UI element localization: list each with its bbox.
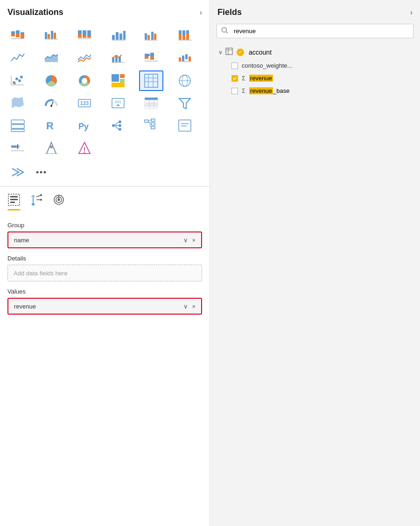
svg-marker-79 bbox=[116, 104, 120, 106]
search-input[interactable] bbox=[217, 24, 413, 38]
viz-icon-line[interactable] bbox=[6, 48, 30, 69]
viz-panel-chevron[interactable]: › bbox=[200, 8, 202, 17]
svg-point-55 bbox=[14, 83, 16, 84]
tree-parent-account[interactable]: ∨ ✓ account bbox=[217, 45, 413, 59]
values-field-actions: ∨ × bbox=[183, 303, 196, 310]
viz-panel-header: Visualizations › bbox=[0, 0, 210, 22]
svg-point-134 bbox=[58, 199, 60, 201]
details-drop-zone[interactable]: Add data fields here bbox=[7, 265, 202, 281]
viz-tab-row bbox=[0, 189, 210, 212]
contoso-checkbox[interactable] bbox=[231, 63, 238, 69]
viz-icon-treemap[interactable] bbox=[106, 70, 130, 91]
viz-icon-clustered-bar[interactable] bbox=[39, 26, 63, 46]
viz-icon-donut[interactable] bbox=[72, 70, 97, 91]
tree-parent-account-label: account bbox=[249, 49, 272, 56]
visualizations-panel: Visualizations › bbox=[0, 0, 210, 526]
viz-icon-azure-map[interactable] bbox=[39, 138, 63, 158]
viz-icon-combo[interactable] bbox=[106, 48, 130, 69]
chevron-down-icon[interactable]: ∨ bbox=[183, 237, 188, 244]
group-drop-zone[interactable]: name ∨ × bbox=[7, 231, 202, 248]
viz-icon-r-script[interactable]: R bbox=[39, 115, 63, 136]
tab-fields[interactable] bbox=[7, 193, 21, 212]
close-icon[interactable]: × bbox=[192, 237, 196, 244]
viz-icon-kpi[interactable]: KPI bbox=[106, 93, 130, 113]
revenue-base-checkbox[interactable] bbox=[231, 88, 238, 94]
svg-point-135 bbox=[222, 28, 227, 32]
svg-rect-44 bbox=[150, 56, 154, 60]
viz-icon-stacked-bar[interactable] bbox=[6, 26, 30, 46]
viz-divider bbox=[0, 186, 210, 187]
viz-icon-decomp-tree[interactable] bbox=[106, 115, 130, 136]
tab-format[interactable] bbox=[30, 193, 43, 212]
viz-icon-custom1[interactable] bbox=[72, 138, 97, 158]
viz-icon-gauge[interactable] bbox=[39, 93, 63, 113]
viz-icon-line-clustered[interactable] bbox=[72, 48, 97, 69]
fields-panel-title: Fields bbox=[217, 7, 242, 17]
svg-point-53 bbox=[18, 79, 21, 82]
viz-icon-ellipsis[interactable] bbox=[31, 164, 51, 181]
svg-rect-3 bbox=[16, 34, 20, 37]
tree-child-revenue-base[interactable]: Σ revenue_base bbox=[217, 84, 413, 97]
viz-icon-filter[interactable] bbox=[173, 93, 197, 113]
svg-rect-43 bbox=[150, 53, 154, 56]
group-field-actions: ∨ × bbox=[183, 237, 196, 244]
svg-point-113 bbox=[50, 146, 53, 148]
svg-rect-81 bbox=[145, 101, 158, 103]
svg-rect-26 bbox=[151, 32, 154, 40]
viz-icon-hierarchy[interactable] bbox=[139, 115, 163, 136]
viz-icon-forward[interactable] bbox=[7, 164, 27, 181]
svg-rect-34 bbox=[186, 33, 189, 40]
svg-rect-122 bbox=[10, 196, 18, 197]
viz-icon-scatter[interactable] bbox=[6, 70, 30, 91]
svg-rect-125 bbox=[32, 203, 35, 205]
svg-point-94 bbox=[119, 124, 121, 127]
details-placeholder: Add data fields here bbox=[14, 270, 68, 277]
svg-rect-12 bbox=[78, 30, 82, 34]
tab-analytics[interactable] bbox=[52, 193, 65, 212]
chevron-down-icon-2[interactable]: ∨ bbox=[183, 303, 188, 310]
svg-rect-80 bbox=[145, 98, 158, 100]
viz-icon-column-chart[interactable] bbox=[106, 26, 130, 46]
svg-rect-126 bbox=[33, 197, 34, 203]
contoso-label: contoso_weighte... bbox=[242, 62, 292, 69]
svg-rect-17 bbox=[87, 36, 91, 38]
svg-point-130 bbox=[40, 199, 42, 201]
viz-icon-bullet[interactable] bbox=[6, 138, 30, 158]
revenue-base-sigma-icon: Σ bbox=[242, 87, 245, 94]
viz-icon-python[interactable]: Py bbox=[72, 115, 97, 136]
svg-rect-13 bbox=[78, 34, 82, 38]
viz-icon-matrix[interactable] bbox=[139, 70, 163, 91]
svg-point-52 bbox=[15, 77, 18, 80]
svg-rect-123 bbox=[10, 199, 18, 200]
viz-icon-clustered-column[interactable] bbox=[139, 26, 163, 46]
svg-rect-124 bbox=[10, 202, 15, 203]
group-field-value: name bbox=[14, 237, 29, 244]
viz-icon-shape-map[interactable] bbox=[6, 93, 30, 113]
viz-icon-table[interactable] bbox=[139, 93, 163, 113]
viz-icon-card[interactable]: 123 bbox=[72, 93, 97, 113]
viz-icon-map[interactable] bbox=[173, 70, 197, 91]
revenue-checkbox[interactable] bbox=[231, 75, 238, 82]
svg-rect-137 bbox=[226, 48, 232, 55]
svg-line-103 bbox=[148, 120, 151, 121]
viz-icon-text-box[interactable] bbox=[173, 115, 197, 136]
viz-icon-stacked-bar-100[interactable] bbox=[72, 26, 97, 46]
tree-child-contoso[interactable]: contoso_weighte... bbox=[217, 59, 413, 72]
svg-rect-63 bbox=[120, 79, 125, 83]
fields-search-container bbox=[217, 24, 413, 38]
viz-icon-waterfall[interactable] bbox=[173, 48, 197, 69]
viz-icon-area[interactable] bbox=[39, 48, 63, 69]
svg-marker-86 bbox=[179, 98, 190, 109]
viz-icon-multi-row-card[interactable] bbox=[6, 115, 30, 136]
svg-rect-7 bbox=[45, 32, 47, 39]
values-drop-zone[interactable]: revenue ∨ × bbox=[7, 298, 202, 315]
viz-icon-ribbon[interactable] bbox=[139, 48, 163, 69]
viz-icon-column-100[interactable] bbox=[173, 26, 197, 46]
svg-rect-19 bbox=[112, 35, 115, 40]
tree-child-revenue[interactable]: Σ revenue bbox=[217, 72, 413, 84]
svg-text:Py: Py bbox=[78, 122, 89, 131]
fields-panel-chevron[interactable]: › bbox=[410, 8, 413, 17]
viz-icon-pie[interactable] bbox=[39, 70, 63, 91]
svg-rect-4 bbox=[21, 32, 24, 34]
close-icon-2[interactable]: × bbox=[192, 303, 196, 310]
